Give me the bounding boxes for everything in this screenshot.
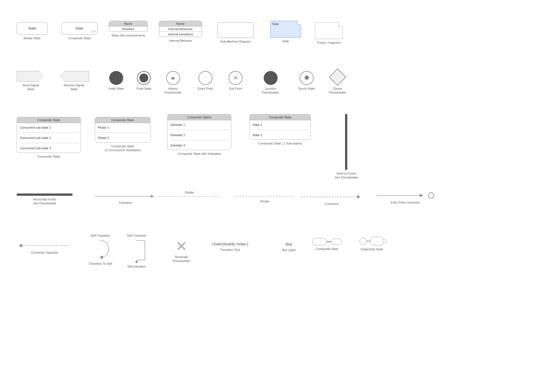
simple-state-label: Simple State	[23, 36, 41, 40]
choice-pseudostate-label: ChoicePseudostate	[329, 87, 346, 95]
terminate-pseudostate-item: ✕ TerminatePseudostate	[173, 239, 190, 263]
self-transition-text1: Self-Transition	[91, 234, 110, 237]
transition-text-shape: [ Event [Guard] / Action ]	[212, 242, 248, 246]
connector-shape[interactable]	[301, 193, 362, 200]
concurrent-sub2: Concurrent sub-state 2	[19, 135, 78, 141]
substate-divider2	[170, 140, 229, 140]
transition-to-self-label: Transition To Self	[89, 262, 112, 266]
simple-state-shape[interactable]: State	[17, 22, 47, 35]
composite-2sub-header: Composite State	[250, 114, 310, 120]
frame-fragment-shape[interactable]	[315, 22, 343, 39]
self-transition-item: Self-Transition Self transition	[125, 234, 148, 268]
entry-point-connector-label: Entry Point connector	[390, 200, 420, 204]
state2: State 2	[252, 132, 308, 138]
simple-state-text: State	[28, 26, 36, 30]
frame-fragment-item: Frame, Fragment	[315, 22, 343, 45]
state-compartments-shape[interactable]: Name Activities	[109, 21, 148, 32]
connector-opposite-shape[interactable]	[17, 242, 72, 249]
entry-point-shape[interactable]	[198, 71, 212, 85]
composite-2sub-shape[interactable]: Composite State State 1 State 2	[249, 114, 311, 140]
internal-row1: Internal behaviour	[159, 26, 202, 32]
divider-label2: Divider	[260, 199, 270, 203]
concurrent-sub3: Consurrent sub-state 3	[19, 145, 78, 151]
concurrent-sub1: Concurrent sub-state 1	[19, 125, 78, 130]
state-compartments-label: State with compartments	[111, 33, 145, 37]
frame-corner	[338, 22, 343, 27]
exit-point-label: Exit Point	[229, 87, 242, 90]
horizontal-fork-shape[interactable]	[17, 193, 72, 196]
composite-state-text: State	[76, 26, 83, 30]
composite-concurrent-label: Composite State	[37, 155, 60, 158]
history-pseudostate-label: HistoryPseudostate	[164, 87, 181, 95]
text-label-item: Text Text Label	[282, 242, 295, 252]
submachine-shape[interactable]	[217, 22, 254, 38]
entry-connector-circle	[428, 192, 434, 199]
entry-point-connector-item: Entry Point connector	[376, 192, 434, 204]
exit-point-item: ✕ Exit Point	[229, 71, 242, 90]
send-signal-shape[interactable]	[17, 71, 45, 82]
substate1: Substate 1	[170, 122, 229, 128]
subactivity-state-shape[interactable]	[360, 237, 384, 246]
connector-opposite-item: Connector Opposite	[17, 242, 72, 254]
submachine-item: Sub-Machine Diagram	[217, 22, 254, 43]
internal-row2: Internal transitions	[159, 32, 202, 37]
note-item: Note Note	[270, 21, 301, 43]
composite-2phase-shape[interactable]: Composite State Phase 1 Phase 2	[95, 117, 151, 143]
state-compartments-item: Name Activities State with compartments	[109, 21, 148, 37]
composite-substates-header: Composite States	[168, 114, 231, 120]
substate3: Substate 3	[170, 143, 229, 148]
initial-state-label: Initial State	[109, 87, 124, 90]
transition-text-item: [ Event [Guard] / Action ] Transition Te…	[212, 242, 248, 252]
composite-state-small-shape[interactable]	[312, 238, 342, 245]
note-shape[interactable]: Note	[270, 21, 301, 38]
composite-2phase-label: Composite State(2 Concuurrent Substates)	[105, 144, 140, 152]
note-label: Note	[282, 39, 289, 43]
transition-shape[interactable]	[95, 193, 156, 199]
junction-pseudostate-item: JunctionPseudostate	[262, 71, 279, 95]
composite-2sub-label: Composite State ( 2 Sub-states)	[258, 141, 302, 145]
junction-pseudostate-shape[interactable]	[264, 71, 278, 85]
composite-state-label: Composite State	[68, 36, 91, 40]
composite-state-small-label: Composite State	[316, 247, 338, 251]
synch-state-shape[interactable]: ✳	[300, 71, 314, 85]
receive-signal-shape[interactable]	[59, 71, 89, 82]
composite-concurrent-header: Composite State	[17, 117, 81, 123]
composite-substates-label: Composite State with Substates	[178, 152, 221, 156]
composite-2phase-body: Phase 1 Phase 2	[95, 123, 150, 142]
receive-signal-label: Receive SignalState	[64, 83, 84, 91]
send-signal-label: Send SignalState	[22, 83, 39, 91]
transition-to-self-shape[interactable]	[86, 238, 114, 260]
divider-shape1[interactable]	[159, 195, 220, 198]
vertical-fork-shape[interactable]	[345, 114, 347, 170]
internal-behavior-shape[interactable]: Name Internal behaviour Internal transit…	[159, 21, 202, 37]
state1: State 1	[252, 122, 308, 128]
composite-2phase-item: Composite State Phase 1 Phase 2 Composit…	[95, 117, 151, 152]
internal-behavior-label: Internal Behavior	[169, 39, 192, 43]
divider-shape2[interactable]	[234, 195, 295, 198]
terminate-pseudostate-shape[interactable]: ✕	[176, 239, 187, 253]
composite-2sub-item: Composite State State 1 State 2 Composit…	[249, 114, 311, 145]
compartments-header: Name	[109, 21, 147, 26]
composite-concurrent-body: Concurrent sub-state 1 Concurrent sub-st…	[17, 123, 81, 153]
final-state-shape[interactable]	[137, 71, 151, 85]
exit-point-shape[interactable]: ✕	[229, 71, 242, 85]
initial-state-shape[interactable]	[109, 71, 123, 85]
composite-state-shape[interactable]: State ⊂⊃	[61, 22, 98, 35]
composite-substates-shape[interactable]: Composite States Substate 1 Substate 2 S…	[167, 114, 231, 150]
text-label-label: Text Label	[282, 248, 295, 252]
composite-concurrent-shape[interactable]: Composite State Concurrent sub-state 1 C…	[17, 117, 81, 153]
self-transition-shape[interactable]	[125, 238, 148, 263]
history-pseudostate-shape[interactable]: H	[166, 71, 180, 85]
internal-header: Name	[159, 21, 202, 26]
phase2: Phase 2	[97, 135, 148, 141]
choice-pseudostate-shape[interactable]	[329, 68, 346, 86]
connector-item: Connector	[301, 193, 362, 206]
self-transition-text2: Self-Transition	[127, 234, 147, 237]
vertical-fork-label: Vertical Forek/Join Pseudostate	[334, 171, 358, 180]
internal-behavior-item: Name Internal behaviour Internal transit…	[159, 21, 202, 43]
final-state-inner	[139, 74, 148, 82]
entry-point-connector-shape[interactable]	[376, 192, 434, 199]
subactivity-state-item: Subactivity State	[360, 237, 384, 251]
history-pseudostate-item: H HistoryPseudostate	[164, 71, 181, 95]
composite-2phase-header: Composite State	[95, 117, 150, 123]
